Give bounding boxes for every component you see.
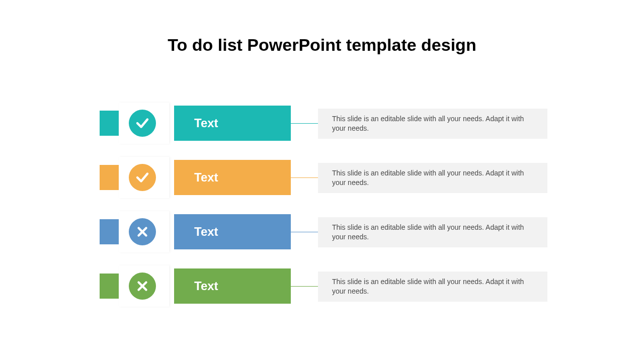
todo-row: Text This slide is an editable slide wit…: [100, 268, 547, 304]
cross-icon: [129, 273, 156, 300]
row-label: Text: [174, 160, 291, 195]
row-description: This slide is an editable slide with all…: [318, 272, 547, 302]
row-description-text: This slide is an editable slide with all…: [332, 223, 533, 242]
connector-line: [291, 286, 318, 287]
row-stub: [100, 274, 120, 299]
row-label-text: Text: [194, 170, 218, 185]
row-description-text: This slide is an editable slide with all…: [332, 114, 533, 133]
todo-row: Text This slide is an editable slide wit…: [100, 214, 547, 249]
check-icon: [129, 164, 156, 191]
row-label: Text: [174, 214, 291, 249]
row-stub: [100, 219, 120, 244]
row-label: Text: [174, 268, 291, 304]
row-description-text: This slide is an editable slide with all…: [332, 277, 533, 296]
slide-title: To do list PowerPoint template design: [0, 35, 644, 55]
row-label-text: Text: [194, 279, 218, 293]
row-description-text: This slide is an editable slide with all…: [332, 168, 533, 188]
todo-rows: Text This slide is an editable slide wit…: [100, 106, 547, 323]
row-label-text: Text: [194, 116, 218, 130]
row-label-text: Text: [194, 225, 218, 239]
row-description: This slide is an editable slide with all…: [318, 217, 547, 247]
row-stub: [100, 111, 120, 136]
connector-line: [291, 177, 318, 178]
row-description: This slide is an editable slide with all…: [318, 163, 547, 193]
todo-row: Text This slide is an editable slide wit…: [100, 106, 547, 141]
check-icon: [129, 110, 156, 137]
row-label: Text: [174, 106, 291, 141]
connector-line: [291, 123, 318, 124]
cross-icon: [129, 218, 156, 245]
connector-line: [291, 232, 318, 232]
row-stub: [100, 165, 120, 190]
todo-row: Text This slide is an editable slide wit…: [100, 160, 547, 195]
row-description: This slide is an editable slide with all…: [318, 109, 547, 139]
